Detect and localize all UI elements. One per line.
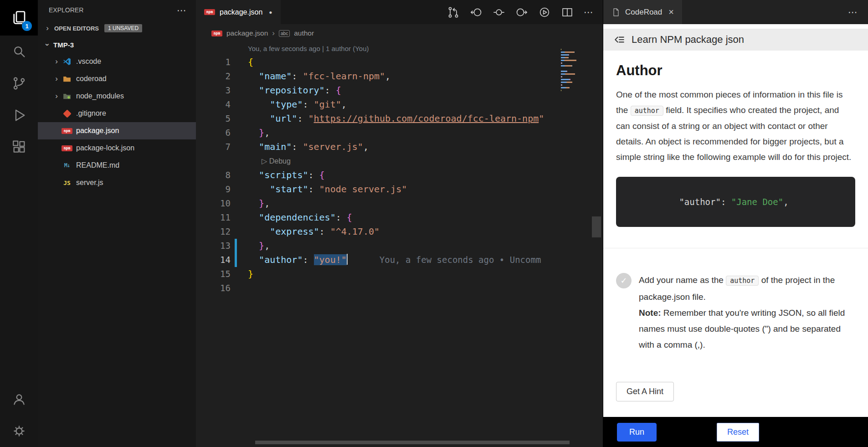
code-line[interactable]: 7 "main": "server.js", (196, 140, 603, 154)
file-row-coderoad[interactable]: › coderoad (38, 70, 196, 87)
reset-button[interactable]: Reset (717, 423, 759, 442)
horizontal-scrollbar[interactable] (255, 441, 570, 444)
file-blame-annotation: You, a few seconds ago | 1 author (You) (196, 42, 603, 55)
panel-more-actions-icon[interactable]: ⋯ (848, 7, 868, 17)
npm-icon: npm (62, 126, 72, 135)
run-debug-view-button[interactable] (0, 99, 38, 131)
navigate-back-icon[interactable] (470, 6, 483, 19)
inline-code-chip: author (631, 106, 663, 116)
text-cursor (347, 254, 348, 265)
code-line[interactable]: 10 }, (196, 196, 603, 211)
split-editor-icon[interactable] (561, 6, 574, 19)
extensions-view-button[interactable] (0, 131, 38, 163)
explorer-sidebar: EXPLORER ⋯ › OPEN EDITORS 1 UNSAVED › TM… (38, 0, 196, 447)
editor-more-actions-icon[interactable]: ⋯ (584, 7, 594, 17)
npm-icon: npm (62, 144, 72, 153)
search-view-button[interactable] (0, 36, 38, 67)
code-line[interactable]: 9 "start": "node server.js" (196, 182, 603, 196)
file-row-vscode[interactable]: › .vscode (38, 53, 196, 70)
get-a-hint-button[interactable]: Get A Hint (616, 382, 674, 401)
code-line[interactable]: 14 "author": "you!"You, a few seconds ag… (196, 253, 603, 267)
vscode-window: 1 (0, 0, 868, 447)
code-line[interactable]: 4 "type": "git", (196, 98, 603, 112)
sidebar-title: EXPLORER (49, 6, 83, 14)
source-control-icon (11, 76, 27, 91)
step-description: One of the most common pieces of informa… (616, 87, 855, 165)
gear-icon (11, 423, 27, 439)
code-line[interactable]: 2 "name": "fcc-learn-npm", (196, 69, 603, 83)
task-item: ✓ Add your name as the author of the pro… (616, 272, 855, 353)
code-line[interactable]: 16 (196, 281, 603, 295)
unsaved-dot-icon[interactable]: ● (269, 9, 272, 15)
divider (603, 248, 868, 248)
codelens-row[interactable]: ▷ Debug (196, 154, 603, 168)
code-line[interactable]: 12 "express": "^4.17.0" (196, 225, 603, 239)
file-row-server-js[interactable]: JS server.js (38, 174, 196, 191)
code-line[interactable]: 1{ (196, 55, 603, 69)
file-row-package-json[interactable]: npm package.json (38, 122, 196, 139)
file-row-package-lock-json[interactable]: npm package-lock.json (38, 139, 196, 157)
code-line[interactable]: 13 }, (196, 239, 603, 253)
run-circle-icon[interactable] (538, 6, 551, 19)
settings-button[interactable] (0, 415, 38, 447)
explorer-view-button[interactable]: 1 (0, 0, 38, 36)
tree-root-tmp-3[interactable]: › TMP-3 (38, 36, 196, 53)
search-icon (11, 44, 27, 59)
coderoad-content: Learn NPM package json Author One of the… (603, 24, 868, 417)
step-title: Author (616, 62, 855, 79)
example-code-block: "author": "Jane Doe", (616, 177, 855, 227)
file-tree: › .vscode › coderoad › node_modules (38, 53, 196, 191)
close-icon[interactable]: × (668, 7, 674, 17)
symbol-string-icon: abc (279, 30, 290, 37)
code-line[interactable]: 11 "dependencies": { (196, 211, 603, 225)
code-line[interactable]: 8 "scripts": { (196, 168, 603, 182)
git-pull-request-icon[interactable] (447, 6, 460, 19)
chevron-down-icon: › (43, 41, 52, 49)
source-control-view-button[interactable] (0, 67, 38, 99)
javascript-icon: JS (62, 178, 72, 187)
lesson-header: Learn NPM package json (603, 29, 868, 51)
editor-tab-bar: npm package.json ● (196, 0, 603, 24)
tab-coderoad[interactable]: CodeRoad × (603, 0, 682, 24)
explorer-badge: 1 (22, 21, 32, 31)
navigate-forward-icon[interactable] (515, 6, 528, 19)
vscode-icon (62, 57, 72, 66)
node-modules-folder-icon (62, 92, 72, 101)
file-icon (611, 8, 621, 17)
file-row-readme-md[interactable]: M↓ README.md (38, 157, 196, 174)
open-editors-header[interactable]: › OPEN EDITORS 1 UNSAVED (38, 20, 196, 36)
task-text: Add your name as the author of the proje… (639, 272, 855, 353)
code-line[interactable]: 6 }, (196, 126, 603, 140)
chevron-right-icon: › (272, 29, 275, 38)
accounts-button[interactable] (0, 383, 38, 415)
markdown-icon: M↓ (62, 161, 72, 170)
code-line[interactable]: 3 "repository": { (196, 83, 603, 98)
record-circle-icon[interactable] (493, 6, 505, 19)
npm-icon: npm (204, 8, 215, 17)
editor-area: npm package.json ● (196, 0, 603, 447)
code-line[interactable]: 15} (196, 267, 603, 281)
panel-tab-bar: CodeRoad × ⋯ (603, 0, 868, 24)
minimap[interactable] (561, 49, 585, 95)
coderoad-panel: CodeRoad × ⋯ Learn NPM package json Auth… (603, 0, 868, 447)
inline-blame: You, a few seconds ago • Uncomm (380, 255, 541, 265)
scrollbar-thumb[interactable] (592, 216, 601, 237)
coderoad-footer: Run Reset (603, 417, 868, 447)
explorer-more-actions-icon[interactable]: ⋯ (177, 5, 187, 15)
folder-icon (62, 74, 72, 83)
file-row-node-modules[interactable]: › node_modules (38, 87, 196, 105)
account-icon (11, 391, 27, 407)
code-editor[interactable]: You, a few seconds ago | 1 author (You) … (196, 42, 603, 447)
task-check-icon: ✓ (616, 273, 632, 288)
chevron-right-icon: › (43, 24, 51, 33)
code-line[interactable]: 5 "url": "https://github.com/coderoad/fc… (196, 112, 603, 126)
tab-package-json[interactable]: npm package.json ● (196, 0, 281, 24)
run-button[interactable]: Run (617, 423, 657, 442)
breadcrumb[interactable]: npm package.json › abc author (196, 24, 603, 42)
unsaved-badge: 1 UNSAVED (104, 24, 142, 32)
lesson-back-menu-icon[interactable] (613, 34, 625, 46)
file-row-gitignore[interactable]: .gitignore (38, 105, 196, 122)
lesson-name: Learn NPM package json (632, 34, 744, 46)
git-icon (62, 109, 72, 118)
activity-bar: 1 (0, 0, 38, 447)
